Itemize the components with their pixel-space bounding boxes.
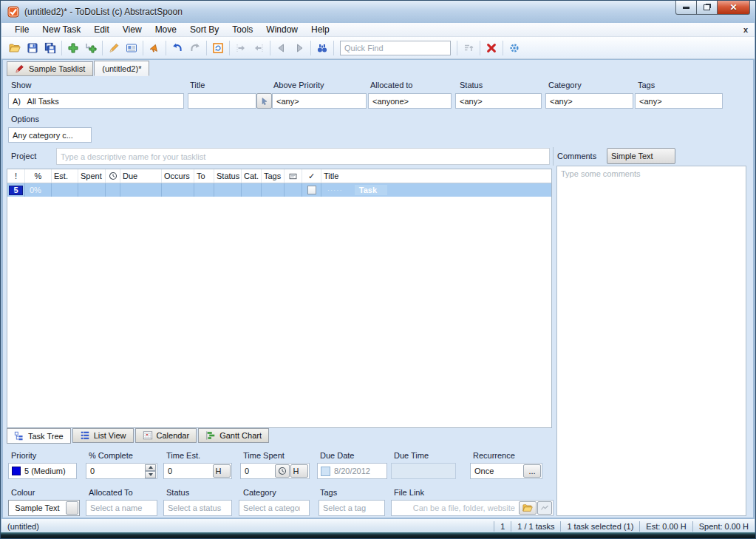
restore-button[interactable] bbox=[696, 1, 718, 15]
step-down-button[interactable] bbox=[145, 471, 156, 478]
move-task-left-button[interactable] bbox=[250, 39, 268, 57]
menu-window[interactable]: Window bbox=[259, 24, 304, 35]
new-task-button[interactable] bbox=[64, 39, 82, 57]
file-link-input[interactable] bbox=[392, 501, 519, 515]
time-spent-input[interactable] bbox=[241, 464, 275, 478]
find-tasks-button[interactable] bbox=[313, 39, 331, 57]
minimize-button[interactable] bbox=[675, 1, 697, 15]
colour-combo[interactable]: Sample Text bbox=[8, 500, 80, 516]
set-task-icon-button[interactable] bbox=[123, 39, 140, 57]
time-est-unit-button[interactable]: H bbox=[213, 464, 231, 478]
new-subtask-button[interactable] bbox=[82, 39, 100, 57]
tab-gantt-chart[interactable]: Gantt Chart bbox=[198, 428, 269, 443]
status-attr-combo[interactable]: Select a status bbox=[163, 500, 232, 516]
time-est-field[interactable]: H bbox=[163, 463, 232, 479]
category-filter-combo[interactable]: <any> bbox=[545, 93, 633, 109]
column-file-ref[interactable] bbox=[285, 169, 302, 183]
file-link-view-button[interactable] bbox=[537, 501, 552, 515]
column-occurs[interactable]: Occurs bbox=[162, 169, 194, 183]
tags-attr-combo[interactable]: Select a tag bbox=[319, 500, 385, 516]
percent-complete-stepper[interactable] bbox=[145, 464, 156, 478]
menu-view[interactable]: View bbox=[116, 24, 149, 35]
tags-filter-combo[interactable]: <any> bbox=[635, 93, 723, 109]
open-tasklist-button[interactable] bbox=[6, 39, 24, 57]
column-status[interactable]: Status bbox=[214, 169, 242, 183]
column-percent[interactable]: % bbox=[25, 169, 52, 183]
recurrence-browse-button[interactable]: ... bbox=[523, 464, 541, 478]
allocated-to-combo[interactable]: Select a name bbox=[86, 500, 157, 516]
priority-combo[interactable]: 5 (Medium) bbox=[8, 463, 77, 479]
file-link-field[interactable] bbox=[391, 500, 554, 516]
move-task-right-button[interactable] bbox=[232, 39, 250, 57]
status-filter-combo[interactable]: <any> bbox=[455, 93, 542, 109]
task-done-checkbox[interactable] bbox=[307, 186, 316, 194]
due-date-picker[interactable]: 8/20/2012 bbox=[317, 463, 387, 479]
toggle-sorting-button[interactable] bbox=[460, 39, 477, 57]
spellcheck-button[interactable] bbox=[146, 39, 163, 57]
quick-find-input[interactable] bbox=[344, 44, 439, 52]
step-up-button[interactable] bbox=[145, 464, 156, 472]
time-spent-field[interactable]: H bbox=[240, 463, 310, 479]
tab-task-tree[interactable]: Task Tree bbox=[7, 428, 71, 444]
due-time-combo[interactable] bbox=[391, 463, 456, 479]
recurrence-input[interactable] bbox=[471, 464, 523, 478]
time-est-input[interactable] bbox=[164, 464, 213, 478]
category-attr-combo[interactable]: Select a category bbox=[239, 500, 310, 516]
comments-format-combo[interactable]: Simple Text bbox=[607, 148, 675, 164]
redo-button[interactable] bbox=[186, 39, 204, 57]
colour-dropdown-button[interactable] bbox=[66, 501, 78, 515]
edit-task-button[interactable] bbox=[105, 39, 123, 57]
column-due[interactable]: Due bbox=[120, 169, 162, 183]
menubar-close-icon[interactable]: x bbox=[743, 25, 748, 34]
next-task-button[interactable] bbox=[290, 39, 308, 57]
tab-list-view[interactable]: List View bbox=[72, 428, 134, 443]
task-row[interactable]: 5 0% ····· Task bbox=[7, 183, 551, 197]
task-title[interactable]: Task bbox=[355, 185, 387, 195]
comments-textarea[interactable] bbox=[557, 166, 746, 515]
show-filter-combo[interactable]: A) All Tasks bbox=[8, 93, 184, 109]
project-input[interactable] bbox=[57, 149, 549, 164]
due-date-checkbox[interactable] bbox=[321, 467, 330, 476]
tab-current-tasklist[interactable]: (untitled2)* bbox=[94, 61, 149, 76]
column-time-tracking[interactable] bbox=[106, 169, 120, 183]
close-button[interactable]: ✕ bbox=[717, 1, 750, 15]
column-to[interactable]: To bbox=[194, 169, 214, 183]
time-spent-unit-button[interactable]: H bbox=[290, 464, 308, 478]
tab-sample-tasklist[interactable]: Sample Tasklist bbox=[7, 61, 93, 76]
previous-task-button[interactable] bbox=[273, 39, 290, 57]
column-check[interactable]: ✓ bbox=[302, 169, 321, 183]
percent-complete-input[interactable] bbox=[86, 464, 145, 478]
task-list-empty-area[interactable] bbox=[7, 197, 551, 427]
project-field[interactable] bbox=[56, 148, 550, 165]
save-all-button[interactable] bbox=[41, 39, 59, 57]
save-tasklist-button[interactable] bbox=[24, 39, 41, 57]
title-filter-field[interactable] bbox=[188, 93, 256, 109]
column-cat[interactable]: Cat. bbox=[242, 169, 262, 183]
maximize-tasklist-button[interactable] bbox=[209, 39, 227, 57]
column-title[interactable]: Title bbox=[321, 169, 551, 183]
menu-file[interactable]: File bbox=[8, 24, 35, 35]
percent-complete-field[interactable] bbox=[86, 463, 157, 479]
column-est[interactable]: Est. bbox=[52, 169, 78, 183]
undo-button[interactable] bbox=[168, 39, 186, 57]
tab-calendar[interactable]: Calendar bbox=[135, 428, 197, 443]
track-time-button[interactable] bbox=[275, 464, 290, 478]
menu-help[interactable]: Help bbox=[304, 24, 336, 35]
title-filter-options-button[interactable] bbox=[256, 93, 272, 109]
menu-tools[interactable]: Tools bbox=[225, 24, 259, 35]
file-link-browse-button[interactable] bbox=[519, 501, 537, 515]
above-priority-filter-combo[interactable]: <any> bbox=[272, 93, 367, 109]
options-combo[interactable]: Any category c... bbox=[8, 127, 92, 143]
column-tags[interactable]: Tags bbox=[262, 169, 285, 183]
title-filter-input[interactable] bbox=[188, 94, 256, 108]
menu-new-task[interactable]: New Task bbox=[35, 24, 87, 35]
menu-move[interactable]: Move bbox=[149, 24, 183, 35]
recurrence-field[interactable]: ... bbox=[470, 463, 542, 479]
allocated-to-filter-combo[interactable]: <anyone> bbox=[368, 93, 452, 109]
preferences-button[interactable] bbox=[505, 39, 523, 57]
delete-task-button[interactable] bbox=[483, 39, 500, 57]
column-spent[interactable]: Spent bbox=[78, 169, 106, 183]
column-priority[interactable]: ! bbox=[7, 169, 25, 183]
menu-sort-by[interactable]: Sort By bbox=[183, 24, 225, 35]
menu-edit[interactable]: Edit bbox=[87, 24, 116, 35]
